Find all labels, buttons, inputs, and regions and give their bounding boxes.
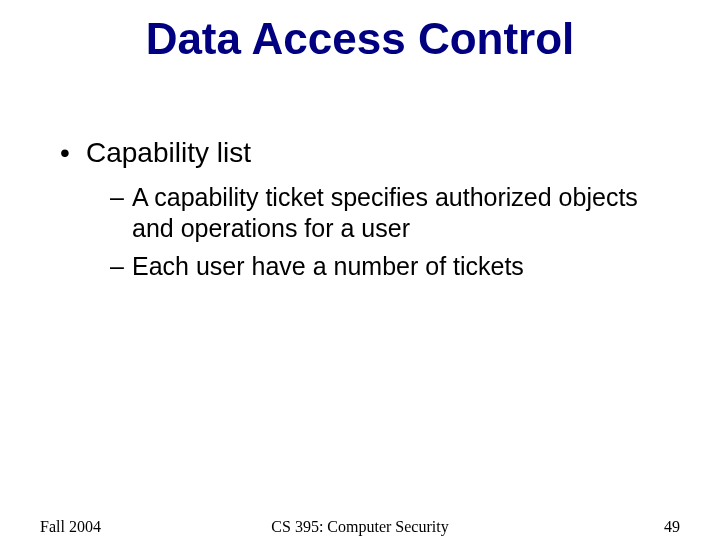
sub-marker: –	[110, 182, 132, 213]
slide-body: •Capability list –A capability ticket sp…	[60, 135, 660, 282]
bullet-level2: –A capability ticket specifies authorize…	[110, 182, 660, 245]
bullet-marker: •	[60, 135, 86, 170]
sub-text: Each user have a number of tickets	[132, 251, 524, 282]
footer-right: 49	[664, 518, 680, 536]
sub-text: A capability ticket specifies authorized…	[132, 182, 652, 245]
bullet-text: Capability list	[86, 135, 251, 170]
bullet-level2: –Each user have a number of tickets	[110, 251, 660, 282]
slide: Data Access Control •Capability list –A …	[0, 0, 720, 540]
slide-title: Data Access Control	[0, 14, 720, 64]
bullet-level1: •Capability list	[60, 135, 660, 170]
sub-marker: –	[110, 251, 132, 282]
footer-center: CS 395: Computer Security	[0, 518, 720, 536]
